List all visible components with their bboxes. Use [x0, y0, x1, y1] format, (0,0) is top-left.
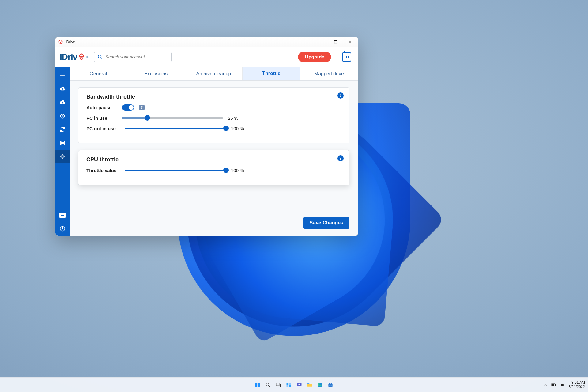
svg-rect-14	[258, 383, 260, 385]
calendar-icon	[345, 56, 349, 58]
taskbar-search-icon[interactable]	[264, 381, 272, 389]
idrive-window: IDrive IDriv ®	[55, 37, 358, 236]
start-button[interactable]	[253, 381, 262, 389]
help-autopause[interactable]: ?	[139, 105, 145, 110]
svg-rect-20	[287, 383, 289, 385]
upgrade-label: pgrade	[308, 54, 324, 60]
svg-rect-32	[330, 386, 330, 386]
app-header: IDriv ® Upgrade	[55, 47, 358, 67]
svg-point-10	[62, 156, 63, 157]
svg-rect-22	[287, 385, 289, 387]
svg-rect-35	[556, 384, 556, 385]
rail-sync[interactable]	[55, 123, 70, 136]
tab-general[interactable]: General	[70, 67, 127, 80]
taskbar: 8:01 AM 3/21/2022	[0, 377, 588, 392]
help-bandwidth[interactable]: ?	[337, 92, 344, 99]
settings-tabs: General Exclusions Archive cleanup Throt…	[70, 67, 358, 81]
svg-point-25	[299, 383, 300, 385]
minimize-button[interactable]	[315, 37, 329, 47]
svg-rect-21	[289, 383, 291, 385]
tray-volume-icon[interactable]	[560, 383, 565, 387]
window-title: IDrive	[65, 40, 75, 44]
edge-icon[interactable]	[316, 381, 324, 389]
svg-rect-2	[334, 41, 337, 43]
svg-rect-6	[60, 141, 64, 142]
rail-help[interactable]	[55, 222, 70, 236]
rail-clock[interactable]	[55, 109, 70, 123]
search-input[interactable]	[105, 55, 168, 59]
svg-rect-19	[280, 384, 281, 387]
maximize-button[interactable]	[329, 37, 343, 47]
svg-point-3	[80, 56, 83, 59]
autopause-toggle[interactable]	[122, 104, 134, 111]
taskbar-center	[253, 381, 335, 389]
tray-chevron-icon[interactable]	[544, 383, 547, 387]
autopause-label: Auto-pause	[86, 105, 117, 110]
chat-icon[interactable]	[295, 381, 303, 389]
titlebar: IDrive	[55, 37, 358, 47]
tray-clock[interactable]: 8:01 AM 3/21/2022	[569, 381, 585, 389]
bandwidth-title: Bandwidth throttle	[86, 94, 341, 100]
rail-more[interactable]: •••	[55, 209, 70, 222]
upgrade-underline: U	[305, 54, 308, 60]
footer-bar: Save Changes	[303, 217, 349, 229]
logo-reg: ®	[86, 55, 89, 59]
help-cpu[interactable]: ?	[337, 155, 344, 161]
logo-text: IDriv	[60, 52, 77, 62]
rail-cloud-upload[interactable]	[55, 82, 70, 96]
search-box[interactable]	[94, 52, 172, 62]
pc-not-in-use-slider[interactable]	[125, 125, 226, 131]
content-area: General Exclusions Archive cleanup Throt…	[70, 67, 358, 236]
rail-cloud-download[interactable]	[55, 96, 70, 109]
throttle-panels: ? Bandwidth throttle Auto-pause ? PC in …	[70, 81, 358, 236]
cpu-throttle-label: Throttle value	[86, 168, 120, 173]
store-icon[interactable]	[326, 381, 335, 389]
tab-throttle[interactable]: Throttle	[243, 67, 300, 80]
tab-exclusions[interactable]: Exclusions	[127, 67, 185, 80]
svg-rect-36	[552, 384, 554, 386]
tray-date: 3/21/2022	[569, 385, 585, 389]
pc-not-in-use-label: PC not in use	[86, 126, 120, 131]
task-view-icon[interactable]	[274, 381, 283, 389]
search-icon	[97, 54, 103, 60]
system-tray: 8:01 AM 3/21/2022	[544, 378, 585, 392]
svg-rect-16	[258, 385, 260, 387]
rail-server[interactable]	[55, 136, 70, 150]
svg-rect-26	[307, 383, 310, 384]
side-rail: •••	[55, 67, 70, 236]
save-underline: S	[310, 220, 313, 225]
widgets-icon[interactable]	[285, 381, 293, 389]
rail-settings[interactable]	[55, 150, 70, 163]
cpu-throttle-value: 100 %	[231, 168, 249, 173]
tab-mapped-drive[interactable]: Mapped drive	[300, 67, 358, 80]
save-button[interactable]: Save Changes	[303, 217, 349, 229]
pc-in-use-slider[interactable]	[122, 115, 223, 121]
pc-not-in-use-value: 100 %	[231, 126, 249, 131]
explorer-icon[interactable]	[305, 381, 314, 389]
app-icon	[58, 40, 63, 44]
tab-archive-cleanup[interactable]: Archive cleanup	[185, 67, 243, 80]
svg-rect-29	[330, 383, 332, 384]
lock-icon	[78, 53, 85, 61]
tray-time: 8:01 AM	[569, 381, 585, 385]
svg-rect-13	[255, 383, 258, 385]
svg-rect-31	[331, 385, 332, 386]
upgrade-button[interactable]: Upgrade	[298, 52, 331, 62]
window-controls	[315, 37, 357, 47]
tray-battery-icon[interactable]	[551, 383, 556, 387]
svg-rect-15	[255, 385, 258, 387]
pc-in-use-value: 25 %	[228, 115, 246, 121]
calendar-button[interactable]	[342, 52, 351, 62]
svg-rect-23	[289, 385, 291, 387]
close-button[interactable]	[343, 37, 357, 47]
svg-point-9	[61, 144, 62, 145]
cpu-card: ? CPU throttle Throttle value 100 %	[78, 150, 349, 185]
svg-point-17	[266, 383, 269, 386]
svg-point-8	[61, 141, 62, 142]
rail-menu-button[interactable]	[55, 69, 70, 82]
idrive-logo: IDriv ®	[60, 52, 89, 62]
svg-rect-33	[331, 386, 332, 386]
cpu-throttle-slider[interactable]	[125, 167, 226, 173]
svg-rect-30	[330, 385, 330, 386]
svg-rect-7	[60, 144, 64, 145]
